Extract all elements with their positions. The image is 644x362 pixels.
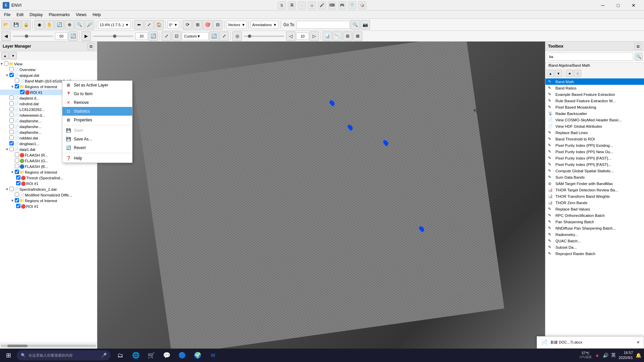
nav-home[interactable]: 🏠 <box>154 20 164 29</box>
ctx-statistics[interactable]: ⊡ Statistics <box>62 107 132 116</box>
tb-icon3[interactable]: 🎯 <box>203 20 212 29</box>
check-daqitest[interactable] <box>9 96 14 100</box>
tb-item-band-threshold[interactable]: ✎ Band Threshold to ROI <box>545 136 644 142</box>
title-icon-dot[interactable]: · <box>298 1 306 9</box>
ctx-goto-item[interactable]: 📍 Go to Item <box>62 89 132 98</box>
menu-edit[interactable]: Edit <box>14 12 26 18</box>
expand-qiqiguai[interactable]: ▼ <box>5 73 9 77</box>
open-button[interactable]: 📂 <box>1 20 11 29</box>
goto-search-btn[interactable]: 🔍 <box>351 20 360 29</box>
tb2-arrow[interactable]: ▶ <box>82 32 91 41</box>
taskbar-app-word[interactable]: W <box>206 349 220 362</box>
check-dingbiao[interactable] <box>9 141 14 145</box>
tb-item-ppi-fast1[interactable]: ✎ Pixel Purity Index (PPI) [FAST]... <box>545 155 644 161</box>
taskbar-app-teams[interactable]: 🔵 <box>175 349 189 362</box>
toolbox-undock[interactable]: ⊡ <box>635 43 641 50</box>
check-roi3[interactable] <box>16 204 20 208</box>
tb2-icon1[interactable]: 📊 <box>323 32 332 41</box>
menu-views[interactable]: Views <box>73 12 89 18</box>
tb2-back[interactable]: ◀ <box>1 32 11 41</box>
arrow-up-icon[interactable]: 🔺 <box>594 353 600 358</box>
check-flaash-r[interactable] <box>15 153 19 157</box>
tree-item-qiqiguai[interactable]: ▼ 📄 qiqiguai.dat <box>0 72 97 78</box>
check-roi2[interactable] <box>16 181 20 185</box>
brightness-slider[interactable] <box>13 36 53 37</box>
tb-item-ppi-fast2[interactable]: ✎ Pixel Purity Index (PPI) [FAST]... <box>545 161 644 168</box>
title-icon-s[interactable]: S <box>278 1 286 9</box>
check-view[interactable] <box>4 61 8 66</box>
custom-dropdown[interactable]: Custom ▼ <box>182 32 209 40</box>
tb-item-pan-sharp[interactable]: ✎ Pan Sharpening Batch <box>545 219 644 225</box>
tb2-sync[interactable]: 🔄 <box>209 32 219 41</box>
tb-item-sum-data[interactable]: ✎ Sum Data Bands <box>545 174 644 180</box>
zoom-all-button[interactable]: 🔍 <box>75 20 84 29</box>
toolbox-search-button[interactable]: 🔍 <box>635 53 643 61</box>
tb-item-quac[interactable]: ✎ QUAC Batch... <box>545 238 644 244</box>
check-flaash-b[interactable] <box>15 164 19 168</box>
title-icon-shirt[interactable]: 👕 <box>348 1 356 9</box>
tb-item-example-feature[interactable]: ✎ Example Based Feature Extraction <box>545 91 644 98</box>
tb-item-nndiffuse[interactable]: ✎ NNDiffuse Pan Sharpening Batch... <box>545 225 644 231</box>
title-icon-game[interactable]: 🎮 <box>338 1 346 9</box>
tb2-icon3[interactable]: ⊞ <box>343 32 352 41</box>
expand-roi2[interactable]: ▼ <box>11 170 15 174</box>
lm-up[interactable]: ▲ <box>1 52 9 59</box>
tb2-stretch2[interactable]: ⊡ <box>172 32 181 41</box>
check-spectral[interactable] <box>9 187 14 191</box>
taskbar-app-chrome[interactable]: 🌍 <box>191 349 205 362</box>
tb-item-pixel-mosaicking[interactable]: ✎ Pixel Based Mosaicking <box>545 104 644 110</box>
tb-item-thor-transform[interactable]: 📊 THOR Transform Band Weights <box>545 193 644 199</box>
tb2-refresh1[interactable]: 🔄 <box>68 32 78 41</box>
goto-input[interactable] <box>296 21 350 29</box>
tree-item-view[interactable]: ▼ 📁 View <box>0 61 97 67</box>
lm-hscrollbar[interactable] <box>1 345 96 347</box>
menu-help[interactable]: Help <box>90 12 104 18</box>
ctx-remove[interactable]: ✕ Remove <box>62 98 132 107</box>
tree-item-roi-group2[interactable]: ▼ 📁 Regions of Interest <box>0 169 97 175</box>
check-daqi1[interactable] <box>9 118 14 123</box>
expand-view[interactable]: ▼ <box>0 62 4 66</box>
tb2-icon4[interactable]: ⊠ <box>353 32 362 41</box>
check-daqi2[interactable] <box>9 124 14 128</box>
title-icon-mic[interactable]: 🎤 <box>318 1 326 9</box>
check-daqi3[interactable] <box>9 130 14 134</box>
tb-icon1[interactable]: ⟳ <box>183 20 192 29</box>
camera-btn[interactable]: 📷 <box>361 20 370 29</box>
tb2-refresh2[interactable]: 🔄 <box>149 32 158 41</box>
tb-item-compute-global[interactable]: ✎ Compute Global Spatial Statistic... <box>545 168 644 174</box>
start-button[interactable]: ⊞ <box>0 349 17 362</box>
check-daqi1dat[interactable] <box>9 147 14 151</box>
tb-item-band-math[interactable]: ✎ Band Math <box>545 78 644 85</box>
tb-star[interactable]: ★ <box>566 70 573 77</box>
select-button[interactable]: ◉ <box>35 20 44 29</box>
tb-nav-down[interactable]: ▼ <box>555 70 562 77</box>
toolbox-search-input[interactable] <box>547 53 633 61</box>
tb-item-reproject[interactable]: ✎ Reproject Raster Batch <box>545 250 644 257</box>
title-icon-kbd[interactable]: ⌨ <box>328 1 336 9</box>
check-modnorm[interactable] <box>15 192 19 197</box>
check-roi1[interactable] <box>20 90 24 94</box>
taskbar-app-store[interactable]: 🛒 <box>144 349 158 362</box>
rotation-dropdown[interactable]: 0° ▼ <box>167 21 179 29</box>
tree-item-roi-group3[interactable]: ▼ 📁 Regions of Interest <box>0 198 97 203</box>
tb2-stretch1[interactable]: ⤢ <box>162 32 171 41</box>
taskbar-mic-icon[interactable]: 🎤 <box>101 353 107 358</box>
ctx-revert[interactable]: 🔄 Revert <box>62 143 132 152</box>
ctx-set-active[interactable]: ⊞ Set as Active Layer <box>62 81 132 89</box>
map-canvas[interactable]: ↖ <box>97 42 545 349</box>
taskbar-app-mail[interactable]: 💬 <box>160 349 174 362</box>
tree-item-roi3[interactable]: 🔴 ROI #1 <box>0 203 97 209</box>
lock-button[interactable]: 🔒 <box>21 20 31 29</box>
opacity-slider[interactable] <box>244 36 284 37</box>
tb-nav-up[interactable]: ▲ <box>547 70 554 77</box>
title-icon-dice[interactable]: 🎲 <box>358 1 366 9</box>
ctx-help[interactable]: ❓ Help <box>62 154 132 163</box>
zoom-in-button[interactable]: ⊕ <box>65 20 74 29</box>
title-icon-emoji[interactable]: ☺ <box>308 1 316 9</box>
close-button[interactable]: ✕ <box>626 0 641 11</box>
ctx-properties[interactable]: ⊞ Properties <box>62 116 132 124</box>
check-ndwww[interactable] <box>9 113 14 117</box>
taskbar-search[interactable]: 🔍 在这里输入你要搜索的内容 🎤 <box>17 350 111 360</box>
tree-item-overview[interactable]: 📄 Overview <box>0 67 97 72</box>
save-button[interactable]: 💾 <box>11 20 21 29</box>
